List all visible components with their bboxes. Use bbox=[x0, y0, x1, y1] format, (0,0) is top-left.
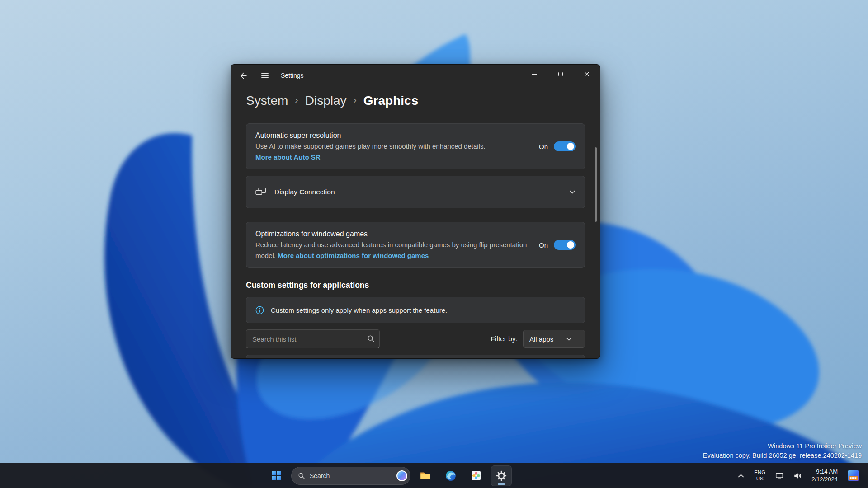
breadcrumb-separator-icon: › bbox=[354, 94, 357, 106]
close-button[interactable] bbox=[574, 65, 600, 84]
filter-dropdown[interactable]: All apps bbox=[523, 330, 585, 348]
clipped-card bbox=[246, 355, 585, 359]
settings-window: Settings System › Display › Graphics Aut… bbox=[231, 64, 600, 359]
chevron-down-icon bbox=[566, 337, 572, 341]
toggle-knob bbox=[567, 143, 574, 150]
auto-sr-link[interactable]: More about Auto SR bbox=[255, 153, 321, 161]
tray-date: 2/12/2024 bbox=[811, 476, 838, 483]
watermark: Windows 11 Pro Insider Preview Evaluatio… bbox=[703, 441, 862, 460]
settings-content: System › Display › Graphics Automatic su… bbox=[231, 92, 600, 359]
windowed-games-card: Optimizations for windowed games Reduce … bbox=[246, 222, 585, 268]
auto-sr-toggle-label: On bbox=[539, 143, 548, 150]
list-search-input[interactable] bbox=[246, 329, 380, 348]
edge-button[interactable] bbox=[440, 465, 461, 486]
copilot-preview-icon: PRE bbox=[848, 470, 859, 481]
windowed-games-title: Optimizations for windowed games bbox=[255, 229, 531, 239]
taskbar-search[interactable]: Search bbox=[291, 467, 410, 485]
windowed-games-toggle-label: On bbox=[539, 241, 548, 249]
clock[interactable]: 9:14 AM 2/12/2024 bbox=[809, 465, 840, 486]
breadcrumb-separator-icon: › bbox=[295, 94, 298, 106]
active-app-indicator bbox=[498, 483, 505, 485]
chevron-up-icon bbox=[738, 474, 744, 478]
taskbar-search-label: Search bbox=[310, 472, 330, 479]
display-connection-card[interactable]: Display Connection bbox=[246, 176, 585, 208]
taskbar: Search bbox=[0, 463, 868, 488]
minimize-button[interactable] bbox=[521, 65, 547, 84]
photos-icon bbox=[471, 470, 482, 481]
start-button[interactable] bbox=[266, 465, 287, 486]
filter-value: All apps bbox=[529, 335, 553, 343]
list-search bbox=[246, 329, 380, 348]
watermark-line2: Evaluation copy. Build 26052.ge_release.… bbox=[703, 451, 862, 460]
chevron-down-icon bbox=[569, 190, 576, 194]
copilot-preview-button[interactable]: PRE bbox=[845, 467, 862, 484]
maximize-button[interactable] bbox=[547, 65, 574, 84]
hamburger-icon bbox=[261, 73, 269, 78]
titlebar-left: Settings bbox=[231, 65, 304, 86]
auto-sr-title: Automatic super resolution bbox=[255, 130, 486, 141]
tray-time: 9:14 AM bbox=[816, 468, 838, 476]
back-button[interactable] bbox=[234, 67, 253, 84]
copilot-icon[interactable] bbox=[396, 470, 408, 482]
titlebar: Settings bbox=[231, 65, 600, 86]
volume-button[interactable] bbox=[791, 469, 804, 483]
settings-taskbar-button[interactable] bbox=[491, 465, 512, 486]
auto-sr-toggle-group: On bbox=[539, 141, 576, 151]
windowed-games-toggle-group: On bbox=[539, 240, 576, 250]
caption-buttons bbox=[521, 65, 600, 86]
search-icon bbox=[298, 472, 305, 479]
windowed-games-toggle[interactable] bbox=[554, 240, 576, 250]
tray-overflow-button[interactable] bbox=[735, 471, 747, 481]
language-code: ENG bbox=[754, 469, 765, 476]
nav-menu-button[interactable] bbox=[255, 67, 274, 84]
custom-settings-heading: Custom settings for applications bbox=[246, 281, 585, 290]
photos-button[interactable] bbox=[466, 465, 486, 486]
auto-sr-text: Automatic super resolution Use AI to mak… bbox=[255, 130, 486, 163]
info-card: Custom settings only apply when apps sup… bbox=[246, 297, 585, 323]
windows-logo-icon bbox=[271, 470, 282, 481]
window-title: Settings bbox=[281, 72, 304, 79]
window-scrollbar[interactable] bbox=[595, 147, 597, 222]
close-icon bbox=[584, 71, 590, 77]
network-button[interactable] bbox=[773, 469, 786, 483]
breadcrumb-display[interactable]: Display bbox=[305, 94, 347, 108]
back-arrow-icon bbox=[240, 72, 247, 80]
info-icon bbox=[255, 306, 264, 314]
language-indicator[interactable]: ENG US bbox=[751, 467, 768, 485]
auto-sr-toggle[interactable] bbox=[554, 141, 576, 151]
windowed-games-description: Reduce latency and use advanced features… bbox=[255, 239, 531, 261]
auto-sr-description: Use AI to make supported games play more… bbox=[255, 141, 486, 152]
minimize-icon bbox=[532, 74, 537, 74]
preview-badge: PRE bbox=[849, 476, 858, 480]
filter-group: Filter by: All apps bbox=[491, 330, 585, 348]
display-connection-title: Display Connection bbox=[274, 188, 335, 196]
system-tray: ENG US 9:14 AM 2/12/2024 PRE bbox=[735, 463, 868, 488]
breadcrumb-system[interactable]: System bbox=[246, 94, 288, 108]
edge-icon bbox=[445, 470, 457, 482]
toggle-knob bbox=[567, 241, 574, 249]
list-controls: Filter by: All apps bbox=[246, 329, 585, 348]
network-icon bbox=[775, 472, 783, 480]
volume-icon bbox=[793, 472, 802, 480]
taskbar-apps: Search bbox=[266, 463, 512, 488]
windowed-games-link[interactable]: More about optimizations for windowed ga… bbox=[278, 252, 429, 259]
display-connection-icon bbox=[255, 188, 266, 197]
windowed-games-text: Optimizations for windowed games Reduce … bbox=[255, 229, 531, 261]
auto-sr-card: Automatic super resolution Use AI to mak… bbox=[246, 123, 585, 169]
file-explorer-button[interactable] bbox=[415, 465, 436, 486]
region-code: US bbox=[756, 476, 764, 482]
file-explorer-icon bbox=[420, 470, 431, 482]
settings-gear-icon bbox=[495, 470, 507, 482]
info-text: Custom settings only apply when apps sup… bbox=[271, 306, 447, 314]
search-icon bbox=[367, 335, 375, 344]
breadcrumb-graphics: Graphics bbox=[363, 94, 418, 108]
breadcrumb: System › Display › Graphics bbox=[246, 92, 585, 110]
watermark-line1: Windows 11 Pro Insider Preview bbox=[703, 441, 862, 450]
maximize-icon bbox=[558, 72, 563, 77]
filter-label: Filter by: bbox=[491, 335, 518, 343]
